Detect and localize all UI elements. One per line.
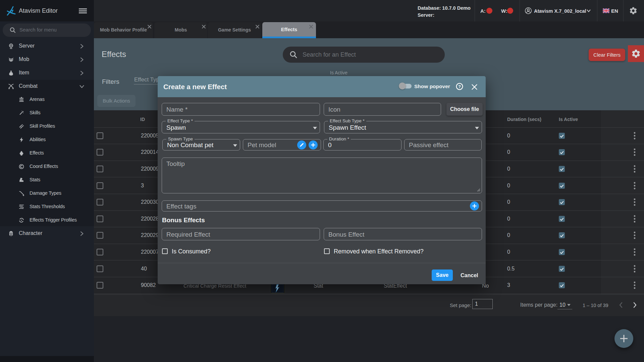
svg-text:?: ? — [458, 84, 461, 89]
